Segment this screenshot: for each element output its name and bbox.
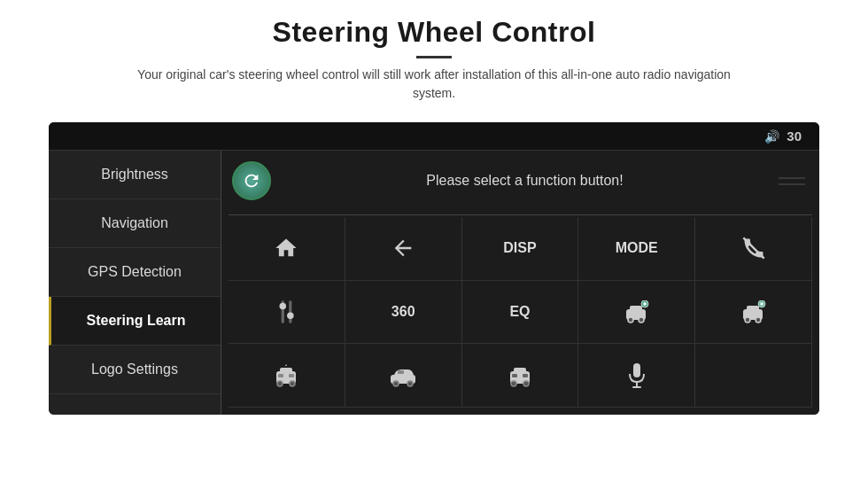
svg-rect-32: [636, 382, 638, 386]
page-header: Steering Wheel Control Your original car…: [0, 0, 868, 112]
svg-rect-26: [514, 368, 526, 374]
svg-point-18: [290, 381, 295, 386]
device-body: Brightness Navigation GPS Detection Stee…: [49, 151, 819, 415]
grid-cell-disp[interactable]: DISP: [462, 217, 579, 281]
svg-rect-30: [523, 374, 528, 377]
grid-cell-empty: [695, 344, 812, 408]
camera2-icon: [740, 300, 767, 323]
microphone-icon: [627, 362, 647, 389]
grid-cell-back[interactable]: [345, 217, 462, 281]
svg-point-13: [756, 317, 761, 323]
phone-mute-icon: [741, 236, 766, 260]
svg-point-23: [407, 381, 413, 386]
grid-cell-car-side[interactable]: [345, 344, 462, 408]
function-prompt: Please select a function button!: [282, 173, 768, 189]
back-icon: [391, 236, 415, 260]
page-subtitle: Your original car's steering wheel contr…: [124, 66, 744, 103]
svg-rect-33: [632, 386, 641, 388]
grid-cell-camera1[interactable]: [578, 281, 695, 345]
title-divider: [416, 56, 452, 58]
device-screen: 🔊 30 Brightness Navigation GPS Detection…: [49, 122, 819, 415]
svg-point-8: [639, 317, 644, 323]
svg-rect-2: [290, 300, 292, 323]
sidebar-item-gps[interactable]: GPS Detection: [49, 248, 221, 297]
svg-point-4: [287, 313, 294, 320]
svg-rect-11: [747, 306, 759, 311]
button-grid: DISP MODE: [229, 217, 812, 408]
svg-rect-29: [512, 374, 517, 377]
sidebar-item-steering-learn[interactable]: Steering Learn: [49, 297, 221, 346]
grid-cell-camera2[interactable]: [695, 281, 812, 345]
svg-rect-31: [633, 363, 640, 377]
tune-icon: [274, 299, 298, 325]
sidebar: Brightness Navigation GPS Detection Stee…: [49, 151, 221, 415]
divider: [229, 214, 812, 215]
volume-number: 30: [787, 128, 802, 144]
sidebar-item-navigation[interactable]: Navigation: [49, 199, 221, 248]
grid-cell-car-front[interactable]: [229, 344, 345, 408]
car-rear-icon: [507, 364, 533, 387]
svg-rect-24: [398, 370, 404, 374]
svg-point-17: [277, 381, 283, 386]
svg-point-22: [393, 381, 399, 386]
grid-cell-mode[interactable]: MODE: [578, 217, 695, 281]
volume-icon: 🔊: [764, 129, 779, 144]
grid-cell-microphone[interactable]: [578, 344, 695, 408]
refresh-icon: [242, 171, 261, 190]
disp-label: DISP: [503, 240, 536, 256]
top-right-area: [779, 176, 809, 186]
refresh-button[interactable]: [232, 161, 271, 200]
camera1-icon: [624, 300, 650, 323]
svg-rect-16: [280, 368, 292, 374]
svg-point-7: [628, 317, 633, 323]
grid-cell-phone-mute[interactable]: [695, 217, 812, 281]
svg-rect-20: [289, 374, 294, 377]
grid-cell-tune[interactable]: [229, 281, 345, 345]
car-front-icon: [273, 364, 299, 387]
eq-label: EQ: [509, 304, 530, 320]
360-label: 360: [391, 304, 415, 320]
grid-cell-eq[interactable]: EQ: [462, 281, 579, 345]
svg-rect-19: [278, 374, 283, 377]
function-bar: Please select a function button!: [229, 158, 812, 204]
svg-point-27: [511, 381, 516, 386]
svg-point-3: [280, 303, 287, 310]
page-title: Steering Wheel Control: [53, 16, 815, 49]
grid-cell-360[interactable]: 360: [345, 281, 462, 345]
svg-rect-6: [630, 306, 642, 311]
svg-point-12: [745, 317, 750, 323]
grid-cell-home[interactable]: [229, 217, 345, 281]
main-content: Please select a function button!: [221, 151, 819, 415]
grid-cell-car-rear[interactable]: [462, 344, 579, 408]
device-top-bar: 🔊 30: [49, 122, 819, 151]
sidebar-item-brightness[interactable]: Brightness: [49, 151, 221, 199]
car-side-icon: [389, 364, 417, 387]
mode-label: MODE: [616, 240, 658, 256]
home-icon: [273, 236, 299, 260]
sidebar-item-logo-settings[interactable]: Logo Settings: [49, 346, 221, 394]
svg-point-28: [523, 381, 529, 386]
